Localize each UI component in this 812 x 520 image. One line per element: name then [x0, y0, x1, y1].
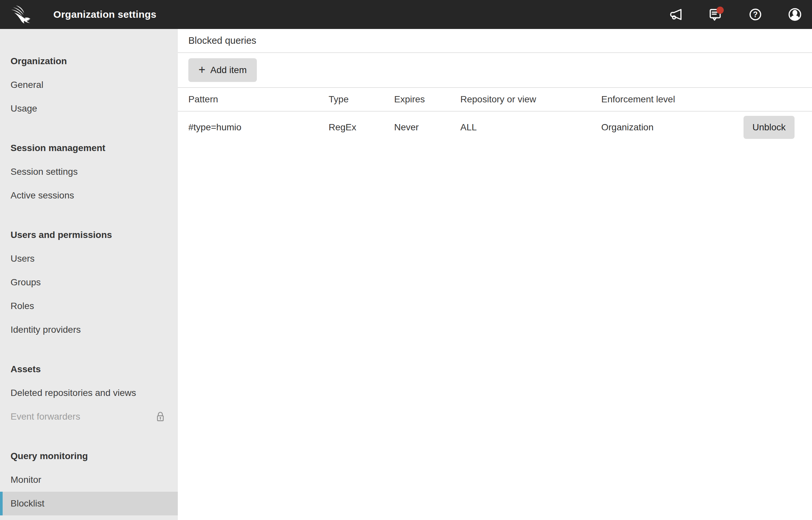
sidebar-item-label: Usage	[10, 103, 37, 114]
sidebar-item-active-sessions[interactable]: Active sessions	[0, 184, 178, 207]
sidebar-section-organization: Organization General Usage	[0, 49, 178, 121]
sidebar-item-label: Event forwarders	[10, 411, 80, 422]
panel-heading: Blocked queries	[178, 29, 812, 53]
column-header-type: Type	[329, 94, 394, 105]
sidebar-section-users-and-permissions: Users and permissions Users Groups Roles…	[0, 223, 178, 342]
sidebar-item-groups[interactable]: Groups	[0, 270, 178, 294]
sidebar-item-label: Users	[10, 254, 34, 264]
column-header-repository-or-view: Repository or view	[460, 94, 601, 105]
column-header-expires: Expires	[394, 94, 460, 105]
sidebar-item-usage[interactable]: Usage	[0, 97, 178, 121]
table-header-row: Pattern Type Expires Repository or view …	[178, 88, 812, 111]
blocked-queries-panel: Blocked queries + Add item Pattern Type …	[178, 29, 812, 520]
sidebar-item-label: Monitor	[10, 474, 41, 485]
sidebar-section-header-organization: Organization	[0, 49, 178, 73]
sidebar-item-label: Groups	[10, 277, 41, 288]
topbar-icons: ?	[668, 6, 803, 22]
sidebar-item-label: Blocklist	[10, 498, 45, 509]
sidebar-item-label: General	[10, 80, 44, 90]
help-icon[interactable]: ?	[747, 6, 763, 22]
column-header-pattern: Pattern	[188, 94, 329, 105]
sidebar-section-header-assets: Assets	[0, 358, 178, 381]
sidebar-item-roles[interactable]: Roles	[0, 294, 178, 318]
crowdstrike-falcon-logo-icon[interactable]	[11, 5, 33, 24]
lock-icon	[155, 411, 165, 422]
sidebar-section-header-session-management: Session management	[0, 136, 178, 160]
sidebar-item-monitor[interactable]: Monitor	[0, 468, 178, 492]
sidebar-item-label: Session settings	[10, 166, 78, 177]
sidebar-section-session-management: Session management Session settings Acti…	[0, 136, 178, 207]
panel-title: Blocked queries	[188, 35, 256, 46]
add-item-button[interactable]: + Add item	[188, 58, 257, 82]
sidebar-item-label: Identity providers	[10, 324, 81, 335]
cell-type: RegEx	[329, 122, 394, 133]
sidebar-item-label: Active sessions	[10, 190, 74, 201]
page-title: Organization settings	[53, 9, 156, 20]
column-header-enforcement-level: Enforcement level	[601, 94, 743, 105]
sidebar-item-users[interactable]: Users	[0, 247, 178, 270]
announcements-megaphone-icon[interactable]	[668, 6, 684, 22]
unblock-button[interactable]: Unblock	[743, 116, 794, 139]
sidebar-item-deleted-repositories-and-views[interactable]: Deleted repositories and views	[0, 381, 178, 405]
toolbar: + Add item	[178, 53, 812, 88]
cell-actions: Unblock	[743, 116, 794, 139]
messages-icon[interactable]	[708, 6, 724, 22]
sidebar-item-general[interactable]: General	[0, 73, 178, 97]
add-item-button-label: Add item	[210, 65, 247, 75]
svg-text:?: ?	[753, 10, 758, 19]
user-avatar-icon[interactable]	[787, 6, 803, 22]
sidebar-item-label: Roles	[10, 301, 34, 311]
table-row: #type=humio RegEx Never ALL Organization…	[178, 111, 812, 143]
sidebar-section-query-monitoring: Query monitoring Monitor Blocklist	[0, 444, 178, 515]
notification-badge	[716, 6, 724, 14]
cell-expires: Never	[394, 122, 460, 133]
sidebar-item-session-settings[interactable]: Session settings	[0, 160, 178, 184]
cell-enforcement-level: Organization	[601, 122, 743, 133]
plus-icon: +	[199, 64, 205, 76]
cell-repository-or-view: ALL	[460, 122, 601, 133]
topbar: Organization settings ?	[0, 0, 812, 29]
sidebar-item-event-forwarders: Event forwarders	[0, 405, 178, 428]
sidebar-item-label: Deleted repositories and views	[10, 388, 136, 398]
sidebar-section-header-query-monitoring: Query monitoring	[0, 444, 178, 468]
sidebar-section-header-users-and-permissions: Users and permissions	[0, 223, 178, 247]
sidebar-section-assets: Assets Deleted repositories and views Ev…	[0, 358, 178, 428]
sidebar-item-blocklist[interactable]: Blocklist	[0, 492, 178, 515]
sidebar-item-identity-providers[interactable]: Identity providers	[0, 318, 178, 342]
cell-pattern: #type=humio	[188, 122, 329, 133]
settings-sidebar: Organization General Usage Session manag…	[0, 29, 178, 520]
